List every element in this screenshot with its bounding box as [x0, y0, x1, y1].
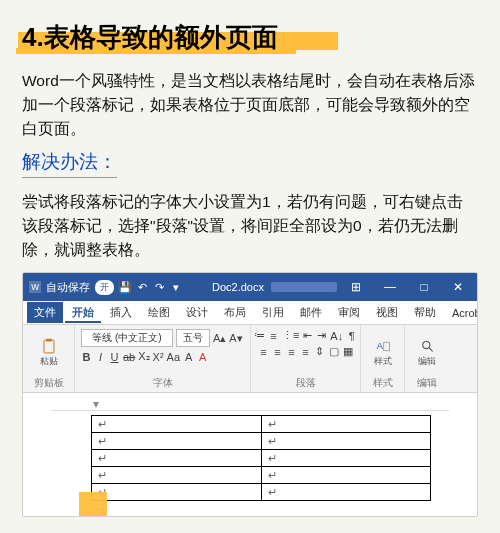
justify-icon[interactable]: ≡: [300, 346, 311, 358]
autosave-toggle[interactable]: 开: [95, 280, 114, 295]
superscript-button[interactable]: X²: [153, 351, 164, 363]
table-cell[interactable]: ↵: [261, 433, 431, 450]
account-area[interactable]: [271, 282, 337, 292]
ribbon-tabs: 文件 开始 插入 绘图 设计 布局 引用 邮件 审阅 视图 帮助 Acrobat…: [23, 301, 477, 325]
italic-button[interactable]: I: [95, 351, 106, 363]
shading-icon[interactable]: ▢: [328, 345, 339, 358]
align-right-icon[interactable]: ≡: [286, 346, 297, 358]
font-color-button[interactable]: A: [197, 351, 208, 363]
table-cell[interactable]: ↵: [92, 450, 262, 467]
svg-rect-2: [44, 340, 54, 353]
close-icon[interactable]: ✕: [445, 280, 471, 294]
strike-button[interactable]: ab: [123, 351, 135, 363]
solution-label: 解决办法：: [22, 149, 117, 178]
table-cell[interactable]: ↵: [92, 433, 262, 450]
trailing-paragraph-mark[interactable]: ↵: [51, 503, 449, 516]
word-icon: W: [29, 281, 41, 293]
table-cell[interactable]: ↵: [261, 484, 431, 501]
tab-references[interactable]: 引用: [255, 302, 291, 323]
indent-dec-icon[interactable]: ⇤: [302, 329, 313, 342]
font-size-select[interactable]: 五号: [176, 329, 210, 347]
svg-text:W: W: [31, 283, 39, 292]
tab-insert[interactable]: 插入: [103, 302, 139, 323]
section-heading: 4.表格导致的额外页面: [22, 18, 278, 57]
table-cell[interactable]: ↵: [261, 467, 431, 484]
autosave-label: 自动保存: [46, 280, 90, 295]
highlight-marker: [79, 492, 107, 517]
undo-icon[interactable]: ↶: [136, 281, 148, 293]
bullets-icon[interactable]: ≔: [254, 329, 265, 342]
underline-button[interactable]: U: [109, 351, 120, 363]
grow-font-icon[interactable]: A▴: [213, 332, 226, 345]
tab-layout[interactable]: 布局: [217, 302, 253, 323]
group-edit-label: 编辑: [417, 376, 437, 390]
group-paragraph-label: 段落: [296, 376, 316, 390]
numbering-icon[interactable]: ≡: [268, 330, 279, 342]
sample-table[interactable]: ↵↵ ↵↵ ↵↵ ↵↵ ↵↵: [91, 415, 431, 501]
bold-button[interactable]: B: [81, 351, 92, 363]
svg-line-7: [429, 348, 433, 352]
dropdown-icon[interactable]: ▾: [170, 281, 182, 293]
svg-point-6: [423, 341, 430, 348]
tab-help[interactable]: 帮助: [407, 302, 443, 323]
window-options-icon[interactable]: ⊞: [343, 280, 369, 294]
document-title: Doc2.docx • 已保存: [188, 280, 265, 295]
group-clipboard-label: 剪贴板: [34, 376, 64, 390]
table-cell[interactable]: ↵: [92, 467, 262, 484]
svg-rect-5: [383, 342, 389, 351]
tab-home[interactable]: 开始: [65, 302, 101, 323]
redo-icon[interactable]: ↷: [153, 281, 165, 293]
align-center-icon[interactable]: ≡: [272, 346, 283, 358]
shrink-font-icon[interactable]: A▾: [229, 332, 242, 345]
subscript-button[interactable]: X₂: [138, 350, 149, 363]
svg-text:A: A: [376, 341, 383, 351]
ruler[interactable]: [51, 399, 449, 411]
show-marks-icon[interactable]: ¶: [346, 330, 357, 342]
table-cell[interactable]: ↵: [261, 416, 431, 433]
font-name-select[interactable]: 等线 (中文正文): [81, 329, 173, 347]
tab-review[interactable]: 审阅: [331, 302, 367, 323]
edit-button[interactable]: 编辑: [414, 338, 440, 368]
borders-icon[interactable]: ▦: [342, 345, 353, 358]
minimize-icon[interactable]: —: [377, 280, 403, 294]
maximize-icon[interactable]: □: [411, 280, 437, 294]
word-window: W 自动保存 开 💾 ↶ ↷ ▾ Doc2.docx • 已保存 ⊞ — □ ✕…: [22, 272, 478, 517]
change-case-button[interactable]: Aa: [167, 351, 180, 363]
styles-button[interactable]: A 样式: [370, 338, 396, 368]
tab-acrobat[interactable]: Acrobat: [445, 304, 478, 322]
tab-design[interactable]: 设计: [179, 302, 215, 323]
tab-draw[interactable]: 绘图: [141, 302, 177, 323]
table-cell[interactable]: ↵: [92, 484, 262, 501]
tab-mail[interactable]: 邮件: [293, 302, 329, 323]
indent-inc-icon[interactable]: ⇥: [316, 329, 327, 342]
svg-rect-3: [46, 338, 52, 341]
sort-icon[interactable]: A↓: [330, 330, 343, 342]
multilevel-icon[interactable]: ⋮≡: [282, 329, 299, 342]
clear-format-button[interactable]: A: [183, 351, 194, 363]
save-icon[interactable]: 💾: [119, 281, 131, 293]
align-left-icon[interactable]: 󠀠≡: [258, 346, 269, 358]
line-spacing-icon[interactable]: ⇕: [314, 345, 325, 358]
document-area[interactable]: ↵↵ ↵↵ ↵↵ ↵↵ ↵↵ ↵: [23, 393, 477, 516]
paste-button[interactable]: 粘贴: [36, 338, 62, 368]
table-cell[interactable]: ↵: [92, 416, 262, 433]
table-cell[interactable]: ↵: [261, 450, 431, 467]
solution-text: 尝试将段落标记的字体大小设置为1，若仍有问题，可右键点击该段落标记，选择"段落"…: [22, 190, 478, 262]
ribbon: 粘贴 剪贴板 等线 (中文正文) 五号 A▴ A▾ B I U ab X₂: [23, 325, 477, 393]
tab-file[interactable]: 文件: [27, 302, 63, 323]
tab-view[interactable]: 视图: [369, 302, 405, 323]
intro-paragraph: Word一个风骚特性，是当文档以表格结尾时，会自动在表格后添加一个段落标记，如果…: [22, 69, 478, 141]
group-styles-label: 样式: [373, 376, 393, 390]
group-font-label: 字体: [153, 376, 173, 390]
titlebar: W 自动保存 开 💾 ↶ ↷ ▾ Doc2.docx • 已保存 ⊞ — □ ✕: [23, 273, 477, 301]
